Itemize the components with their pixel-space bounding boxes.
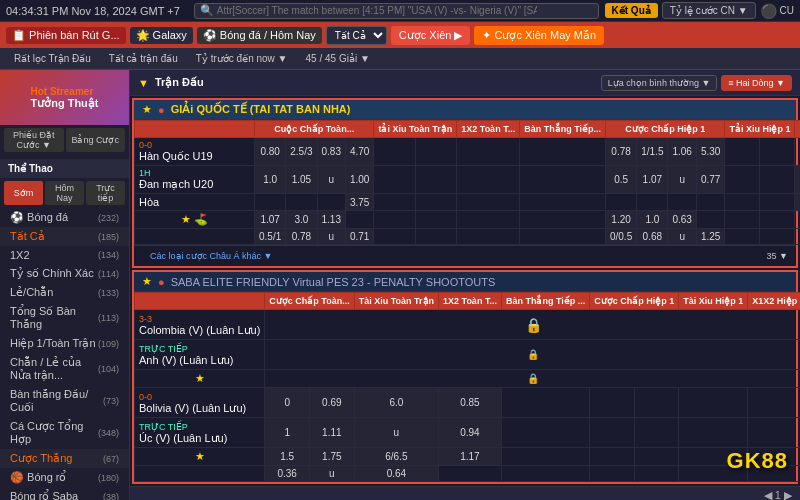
odds-cell[interactable]: 0.36 <box>265 466 310 482</box>
sidebar-chan-le[interactable]: Chẵn / Lẻ của Nửa trận... (104) <box>0 353 129 385</box>
odds-cell[interactable]: 0.83 <box>317 138 345 166</box>
more-types-link[interactable]: Các loại cược Châu Á khác ▼ <box>142 248 280 264</box>
odds-cell[interactable]: 1.20 <box>605 211 636 229</box>
empty-cell <box>317 194 345 211</box>
sidebar-ty-so[interactable]: Tỷ số Chính Xác (114) <box>0 264 129 283</box>
odds-cell[interactable]: 1.00 <box>345 166 373 194</box>
odds-cell[interactable]: 0.77 <box>696 166 724 194</box>
odds-cell[interactable]: 3.75 <box>345 194 373 211</box>
subnav-tran-dau[interactable]: Rất lọc Trận Đấu <box>6 51 99 66</box>
odds-cell[interactable]: 1.5 <box>265 448 310 466</box>
odds-cell[interactable]: u <box>317 166 345 194</box>
ket-qua-button[interactable]: Kết Quả <box>605 3 658 18</box>
odds-cell[interactable]: u <box>668 166 696 194</box>
star-icon-row[interactable]: ★ <box>181 213 191 225</box>
team-cell-hoa: Hòa <box>135 194 255 211</box>
odds-cell[interactable]: u <box>354 418 438 448</box>
sidebar-bong-da[interactable]: ⚽ Bóng đá (232) <box>0 208 129 227</box>
section-arrow[interactable]: ▼ <box>138 77 149 89</box>
odds-cell[interactable]: 5.30 <box>696 138 724 166</box>
search-input[interactable] <box>217 5 537 16</box>
odds-cell[interactable]: 0.78 <box>286 229 317 245</box>
subnav-ty-truoc[interactable]: Tỷ trước đến now ▼ <box>188 51 296 66</box>
sidebar-tong-so[interactable]: Tổng Số Bàn Thắng (113) <box>0 302 129 334</box>
odds-cell[interactable]: 1.17 <box>439 448 502 466</box>
star-icon-1[interactable]: ★ <box>142 103 152 116</box>
odds-cell[interactable]: 1.07 <box>637 166 668 194</box>
odds-cell[interactable]: 1.25 <box>696 229 724 245</box>
odds-cell[interactable]: 1 <box>265 418 310 448</box>
nav-phien-ban[interactable]: 📋 Phiên bán Rút G... <box>6 27 126 44</box>
nav-bong-da[interactable]: ⚽ Bóng đá / Hôm Nay <box>197 27 322 44</box>
odds-cell[interactable]: 0.69 <box>310 388 355 418</box>
empty-cell <box>795 229 800 245</box>
empty-cell <box>286 194 317 211</box>
odds-cell[interactable]: 1.0 <box>255 166 286 194</box>
sidebar-hiep1[interactable]: Hiệp 1/Toàn Trận (109) <box>0 334 129 353</box>
odds-cell[interactable]: 0.5/1 <box>255 229 286 245</box>
odds-cell[interactable]: 0.5 <box>605 166 636 194</box>
nav-galaxy[interactable]: 🌟 Galaxy <box>130 27 193 44</box>
odds-cell[interactable]: 1.07 <box>255 211 286 229</box>
odds-cell[interactable]: 6/6.5 <box>354 448 438 466</box>
nav-cuoc-xien[interactable]: Cược Xiên ▶ <box>391 26 471 45</box>
odds-cell[interactable]: 3.0 <box>286 211 317 229</box>
odds-cell[interactable]: 1.75 <box>310 448 355 466</box>
odds-cell[interactable]: 1.0 <box>637 211 668 229</box>
odds-cell[interactable]: u <box>317 229 345 245</box>
odds-cell[interactable]: 0.78 <box>605 138 636 166</box>
phieu-dat-cuoc-btn[interactable]: Phiếu Đặt Cước ▼ <box>4 128 64 152</box>
search-bar[interactable]: 🔍 <box>194 3 599 19</box>
odds-cell[interactable]: 1.13 <box>317 211 345 229</box>
odds-cell[interactable]: 0.63 <box>668 211 696 229</box>
star-icon-2[interactable]: ★ <box>142 275 152 288</box>
hom-nay-btn[interactable]: Hôm Nay <box>45 181 84 205</box>
odds-cell[interactable]: 1/1.5 <box>637 138 668 166</box>
odds-cell[interactable]: 1.11 <box>310 418 355 448</box>
odds-cell[interactable]: 2.31 <box>795 194 800 211</box>
odds-cell[interactable]: 1.06 <box>668 138 696 166</box>
sidebar-ca-cuoc[interactable]: Cá Cược Tổng Hợp (348) <box>0 417 129 449</box>
odds-cell[interactable]: 2.07 <box>795 166 800 194</box>
subnav-tat-ca-tran[interactable]: Tất cả trận đấu <box>101 51 186 66</box>
odds-cell[interactable]: 0/0.5 <box>605 229 636 245</box>
odds-cell[interactable]: 4.70 <box>345 138 373 166</box>
odds-cell[interactable]: u <box>668 229 696 245</box>
som-btn[interactable]: Sớm <box>4 181 43 205</box>
odds-cell[interactable]: 2.5/3 <box>286 138 317 166</box>
odds-cell[interactable]: 0.68 <box>637 229 668 245</box>
sidebar-le-chan[interactable]: Lẻ/Chẵn (133) <box>0 283 129 302</box>
truc-tiep-btn[interactable]: Trực tiếp <box>86 181 125 205</box>
toggle-icon[interactable]: ⚫ <box>760 3 777 19</box>
filter-btn[interactable]: Lựa chọn bình thường ▼ <box>601 75 717 91</box>
sidebar-the-thao-header[interactable]: Thể Thao <box>0 159 129 178</box>
odds-cell[interactable]: 0.85 <box>439 388 502 418</box>
page-count[interactable]: ◀ 1 ▶ <box>764 489 792 500</box>
odds-cell[interactable]: 0 <box>265 388 310 418</box>
sidebar-ban-thang[interactable]: Bàn thắng Đầu/ Cuối (73) <box>0 385 129 417</box>
odds-cell[interactable]: 0.94 <box>439 418 502 448</box>
star-icon-4[interactable]: ★ <box>195 450 205 462</box>
odds-cell[interactable]: 0.71 <box>345 229 373 245</box>
hai-dong-btn[interactable]: ≡ Hai Dòng ▼ <box>721 75 792 91</box>
empty-cell <box>501 418 589 448</box>
odds-cell[interactable]: 0.80 <box>255 138 286 166</box>
nav-cuoc-xien-may-man[interactable]: ✦ Cược Xiên May Mắn <box>474 26 604 45</box>
sidebar-bong-ro[interactable]: 🏀 Bóng rổ (180) <box>0 468 129 487</box>
odds-cell[interactable]: 0.64 <box>354 466 438 482</box>
group2-table-wrapper: ★ ● SABA ELITE FRIENDLY Virtual PES 23 -… <box>132 270 798 484</box>
star-icon-3[interactable]: ★ <box>195 372 205 384</box>
sidebar-cuoc-thang[interactable]: Cược Thắng (67) <box>0 449 129 468</box>
anh-name: Anh (V) (Luân Lưu) <box>139 354 233 366</box>
ty-le-button[interactable]: Tỷ lệ cước CN ▼ <box>662 2 756 19</box>
tat-ca-select[interactable]: Tất Cả <box>326 26 387 45</box>
odds-cell[interactable]: u <box>310 466 355 482</box>
sidebar-bong-ro-saba[interactable]: Bóng rổ Saba (38) <box>0 487 129 500</box>
pagination-1[interactable]: 35 ▼ <box>767 251 788 261</box>
odds-cell[interactable]: 1.05 <box>286 166 317 194</box>
sidebar-1x2[interactable]: 1X2 (134) <box>0 246 129 264</box>
odds-cell[interactable]: 6.0 <box>354 388 438 418</box>
bang-cuoc-btn[interactable]: Bảng Cược <box>66 128 126 152</box>
subnav-giai[interactable]: 45 / 45 Giải ▼ <box>298 51 378 66</box>
sidebar-tat-ca[interactable]: Tất Cả (185) <box>0 227 129 246</box>
